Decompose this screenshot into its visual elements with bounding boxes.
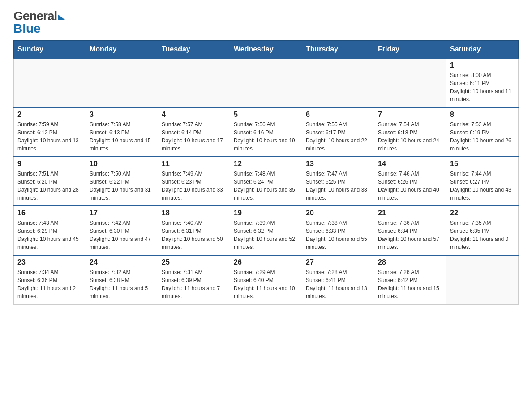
calendar-cell: 11Sunrise: 7:49 AMSunset: 6:23 PMDayligh… [158, 157, 230, 206]
calendar-cell: 26Sunrise: 7:29 AMSunset: 6:40 PMDayligh… [230, 255, 302, 304]
calendar-cell: 10Sunrise: 7:50 AMSunset: 6:22 PMDayligh… [86, 157, 158, 206]
day-number: 24 [90, 258, 154, 266]
calendar-cell: 27Sunrise: 7:28 AMSunset: 6:41 PMDayligh… [302, 255, 374, 304]
day-info: Sunrise: 7:49 AMSunset: 6:23 PMDaylight:… [162, 170, 226, 202]
day-info: Sunrise: 7:51 AMSunset: 6:20 PMDaylight:… [17, 170, 82, 202]
day-number: 22 [450, 209, 515, 217]
day-number: 21 [378, 209, 442, 217]
day-info: Sunrise: 7:44 AMSunset: 6:27 PMDaylight:… [450, 170, 515, 202]
calendar-cell: 1Sunrise: 8:00 AMSunset: 6:11 PMDaylight… [446, 58, 519, 107]
calendar-cell [86, 58, 158, 107]
calendar-cell [302, 58, 374, 107]
calendar-cell: 9Sunrise: 7:51 AMSunset: 6:20 PMDaylight… [14, 157, 86, 206]
logo-arrow-icon [58, 14, 65, 20]
calendar-cell: 6Sunrise: 7:55 AMSunset: 6:17 PMDaylight… [302, 107, 374, 157]
logo-blue-text: Blue [13, 21, 65, 36]
calendar-cell: 2Sunrise: 7:59 AMSunset: 6:12 PMDaylight… [14, 107, 86, 157]
calendar-cell: 3Sunrise: 7:58 AMSunset: 6:13 PMDaylight… [86, 107, 158, 157]
day-number: 4 [162, 111, 226, 119]
calendar-cell: 8Sunrise: 7:53 AMSunset: 6:19 PMDaylight… [446, 107, 519, 157]
day-info: Sunrise: 7:35 AMSunset: 6:35 PMDaylight:… [450, 219, 515, 251]
day-info: Sunrise: 7:46 AMSunset: 6:26 PMDaylight:… [378, 170, 442, 202]
calendar-cell: 17Sunrise: 7:42 AMSunset: 6:30 PMDayligh… [86, 206, 158, 255]
day-info: Sunrise: 7:53 AMSunset: 6:19 PMDaylight:… [450, 120, 515, 153]
day-number: 28 [378, 258, 442, 266]
day-info: Sunrise: 7:29 AMSunset: 6:40 PMDaylight:… [234, 268, 298, 300]
weekday-header-sunday: Sunday [14, 41, 86, 59]
calendar-cell [230, 58, 302, 107]
calendar-cell: 13Sunrise: 7:47 AMSunset: 6:25 PMDayligh… [302, 157, 374, 206]
day-number: 20 [306, 209, 370, 217]
calendar-cell: 4Sunrise: 7:57 AMSunset: 6:14 PMDaylight… [158, 107, 230, 157]
calendar-cell: 19Sunrise: 7:39 AMSunset: 6:32 PMDayligh… [230, 206, 302, 255]
calendar-week-row: 16Sunrise: 7:43 AMSunset: 6:29 PMDayligh… [14, 206, 519, 255]
day-number: 19 [234, 209, 298, 217]
calendar-week-row: 9Sunrise: 7:51 AMSunset: 6:20 PMDaylight… [14, 157, 519, 206]
weekday-header-monday: Monday [86, 41, 158, 59]
calendar-cell: 25Sunrise: 7:31 AMSunset: 6:39 PMDayligh… [158, 255, 230, 304]
day-number: 12 [234, 160, 298, 168]
calendar-cell: 21Sunrise: 7:36 AMSunset: 6:34 PMDayligh… [374, 206, 446, 255]
calendar-cell: 24Sunrise: 7:32 AMSunset: 6:38 PMDayligh… [86, 255, 158, 304]
day-number: 8 [450, 111, 515, 119]
calendar-cell [14, 58, 86, 107]
day-number: 14 [378, 160, 442, 168]
day-number: 27 [306, 258, 370, 266]
page-header: General Blue [13, 9, 519, 36]
calendar-cell [446, 255, 519, 304]
day-info: Sunrise: 7:43 AMSunset: 6:29 PMDaylight:… [17, 219, 82, 251]
day-number: 18 [162, 209, 226, 217]
day-info: Sunrise: 7:40 AMSunset: 6:31 PMDaylight:… [162, 219, 226, 251]
day-info: Sunrise: 7:26 AMSunset: 6:42 PMDaylight:… [378, 268, 442, 300]
calendar-week-row: 1Sunrise: 8:00 AMSunset: 6:11 PMDaylight… [14, 58, 519, 107]
day-info: Sunrise: 7:36 AMSunset: 6:34 PMDaylight:… [378, 219, 442, 251]
day-info: Sunrise: 7:38 AMSunset: 6:33 PMDaylight:… [306, 219, 370, 251]
day-info: Sunrise: 7:50 AMSunset: 6:22 PMDaylight:… [90, 170, 154, 202]
calendar-cell: 16Sunrise: 7:43 AMSunset: 6:29 PMDayligh… [14, 206, 86, 255]
day-info: Sunrise: 7:32 AMSunset: 6:38 PMDaylight:… [90, 268, 154, 300]
day-info: Sunrise: 7:34 AMSunset: 6:36 PMDaylight:… [17, 268, 82, 300]
day-number: 6 [306, 111, 370, 119]
day-number: 26 [234, 258, 298, 266]
day-info: Sunrise: 7:54 AMSunset: 6:18 PMDaylight:… [378, 120, 442, 153]
calendar-cell: 23Sunrise: 7:34 AMSunset: 6:36 PMDayligh… [14, 255, 86, 304]
calendar-cell: 28Sunrise: 7:26 AMSunset: 6:42 PMDayligh… [374, 255, 446, 304]
day-number: 25 [162, 258, 226, 266]
day-info: Sunrise: 7:48 AMSunset: 6:24 PMDaylight:… [234, 170, 298, 202]
calendar-cell: 14Sunrise: 7:46 AMSunset: 6:26 PMDayligh… [374, 157, 446, 206]
weekday-header-tuesday: Tuesday [158, 41, 230, 59]
day-number: 11 [162, 160, 226, 168]
calendar-cell: 12Sunrise: 7:48 AMSunset: 6:24 PMDayligh… [230, 157, 302, 206]
day-info: Sunrise: 7:56 AMSunset: 6:16 PMDaylight:… [234, 120, 298, 153]
weekday-header-wednesday: Wednesday [230, 41, 302, 59]
day-number: 15 [450, 160, 515, 168]
day-number: 5 [234, 111, 298, 119]
calendar-table: SundayMondayTuesdayWednesdayThursdayFrid… [13, 40, 519, 305]
day-info: Sunrise: 7:47 AMSunset: 6:25 PMDaylight:… [306, 170, 370, 202]
day-number: 3 [90, 111, 154, 119]
day-info: Sunrise: 7:28 AMSunset: 6:41 PMDaylight:… [306, 268, 370, 300]
day-info: Sunrise: 7:58 AMSunset: 6:13 PMDaylight:… [90, 120, 154, 153]
day-info: Sunrise: 7:31 AMSunset: 6:39 PMDaylight:… [162, 268, 226, 300]
calendar-cell: 5Sunrise: 7:56 AMSunset: 6:16 PMDaylight… [230, 107, 302, 157]
day-number: 13 [306, 160, 370, 168]
logo: General Blue [13, 9, 65, 36]
day-info: Sunrise: 7:39 AMSunset: 6:32 PMDaylight:… [234, 219, 298, 251]
calendar-cell: 22Sunrise: 7:35 AMSunset: 6:35 PMDayligh… [446, 206, 519, 255]
calendar-cell [158, 58, 230, 107]
calendar-body: 1Sunrise: 8:00 AMSunset: 6:11 PMDaylight… [14, 58, 519, 304]
calendar-week-row: 2Sunrise: 7:59 AMSunset: 6:12 PMDaylight… [14, 107, 519, 157]
calendar-cell: 7Sunrise: 7:54 AMSunset: 6:18 PMDaylight… [374, 107, 446, 157]
day-number: 17 [90, 209, 154, 217]
day-number: 23 [17, 258, 82, 266]
day-info: Sunrise: 7:59 AMSunset: 6:12 PMDaylight:… [17, 120, 82, 153]
weekday-header-friday: Friday [374, 41, 446, 59]
calendar-cell: 15Sunrise: 7:44 AMSunset: 6:27 PMDayligh… [446, 157, 519, 206]
calendar-cell: 18Sunrise: 7:40 AMSunset: 6:31 PMDayligh… [158, 206, 230, 255]
day-number: 10 [90, 160, 154, 168]
calendar-cell [374, 58, 446, 107]
day-number: 7 [378, 111, 442, 119]
day-info: Sunrise: 7:42 AMSunset: 6:30 PMDaylight:… [90, 219, 154, 251]
day-number: 2 [17, 111, 82, 119]
day-info: Sunrise: 8:00 AMSunset: 6:11 PMDaylight:… [450, 71, 515, 103]
